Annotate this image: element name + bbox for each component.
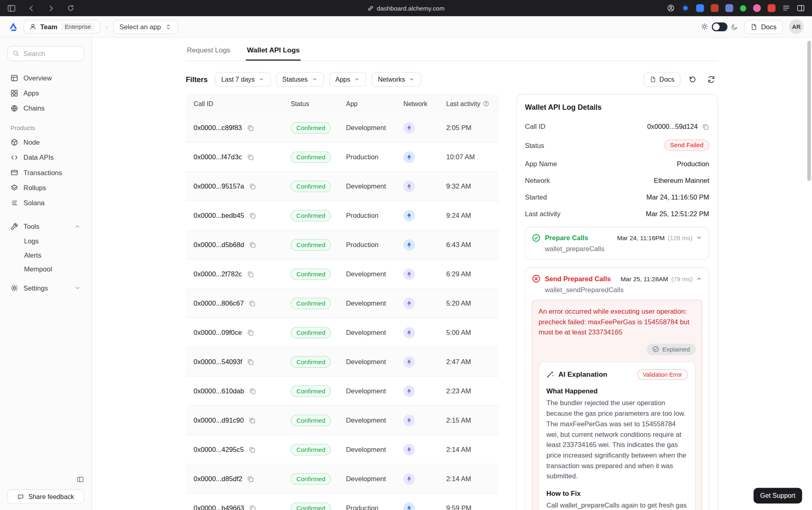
field-label: Call ID	[525, 123, 545, 130]
copy-icon[interactable]	[246, 124, 254, 131]
copy-icon[interactable]	[246, 270, 254, 278]
team-selector[interactable]: Team Enterprise	[24, 20, 100, 33]
theme-toggle[interactable]	[712, 22, 728, 31]
sidebar-item-alerts[interactable]: Alerts	[7, 248, 84, 263]
statuses-filter[interactable]: Statuses	[276, 72, 324, 87]
avatar[interactable]: AR	[789, 20, 803, 34]
extension-icon-crimson[interactable]	[768, 4, 775, 12]
search-box[interactable]	[7, 46, 84, 61]
app-selector-dropdown[interactable]: Select an app	[113, 20, 178, 34]
status-badge: Confirmed	[291, 151, 331, 163]
field-app-name: App Name Production	[525, 160, 709, 167]
extension-icon-green[interactable]	[740, 5, 746, 11]
table-row[interactable]: 0x0000...610dab Confirmed Development 2:…	[186, 377, 499, 406]
table-row[interactable]: 0x0000...c89f83 Confirmed Development 2:…	[186, 113, 499, 143]
refresh-icon[interactable]	[704, 73, 718, 86]
get-support-button[interactable]: Get Support	[754, 488, 802, 504]
copy-icon[interactable]	[246, 153, 254, 161]
sidebar-item-label: Tools	[24, 223, 39, 230]
table-row[interactable]: 0x0000...4295c5 Confirmed Development 2:…	[186, 435, 499, 464]
step-method: wallet_prepareCalls	[545, 245, 702, 253]
filters-docs-button[interactable]: Docs	[643, 72, 680, 87]
share-feedback-button[interactable]: Share feedback	[7, 489, 84, 504]
alchemy-logo[interactable]	[9, 22, 18, 31]
details-title: Wallet API Log Details	[525, 103, 709, 111]
table-row[interactable]: 0x0000...bedb45 Confirmed Production 9:2…	[186, 201, 499, 230]
copy-icon[interactable]	[249, 182, 256, 190]
docs-button[interactable]: Docs	[744, 20, 783, 34]
reading-list-icon[interactable]	[782, 4, 790, 12]
table-row[interactable]: 0x0000...b49663 Confirmed Production 9:5…	[186, 494, 499, 510]
copy-icon[interactable]	[249, 504, 256, 510]
tab-request-logs[interactable]: Request Logs	[186, 42, 231, 61]
tab-overview-icon[interactable]	[797, 4, 805, 12]
copy-icon[interactable]	[249, 212, 256, 219]
browser-sidebar-icon[interactable]	[7, 4, 16, 13]
copy-icon[interactable]	[702, 123, 709, 130]
sidebar-item-label: Rollups	[24, 184, 46, 191]
copy-icon[interactable]	[246, 329, 254, 336]
sidebar-item-node[interactable]: Node	[7, 135, 84, 150]
person-icon	[29, 23, 37, 30]
table-row[interactable]: 0x0000...d91c90 Confirmed Development 2:…	[186, 406, 499, 435]
sidebar-item-transactions[interactable]: Transactions	[7, 165, 84, 180]
back-icon[interactable]	[27, 4, 36, 13]
networks-filter[interactable]: Networks	[371, 72, 421, 87]
collapse-sidebar-icon[interactable]	[77, 476, 84, 483]
explained-button[interactable]: Explained	[647, 343, 695, 355]
detail-last-activity: Mar 25, 12:51:22 PM	[646, 210, 709, 218]
sidebar-item-chains[interactable]: Chains	[7, 101, 84, 116]
sidebar-item-mempool[interactable]: Mempool	[7, 262, 84, 276]
table-row[interactable]: 0x0000...d5b68d Confirmed Production 6:4…	[186, 230, 499, 260]
search-input[interactable]	[24, 50, 79, 57]
extension-icon-blue[interactable]	[696, 4, 704, 12]
last-activity-cell: 10:07 AM	[446, 153, 491, 161]
tab-wallet-api-logs[interactable]: Wallet API Logs	[246, 42, 301, 61]
sidebar-item-logs[interactable]: Logs	[7, 234, 84, 248]
table-row[interactable]: 0x0000...09f0ce Confirmed Development 5:…	[186, 318, 499, 347]
table-row[interactable]: 0x0000...2f782c Confirmed Development 6:…	[186, 260, 499, 289]
sidebar-item-rollups[interactable]: Rollups	[7, 180, 84, 195]
table-row[interactable]: 0x0000...95157a Confirmed Development 9:…	[186, 172, 499, 201]
last-activity-cell: 6:29 AM	[446, 270, 491, 278]
time-range-filter[interactable]: Last 7 days	[215, 72, 271, 87]
chevron-up-icon[interactable]	[695, 275, 702, 282]
chevron-down-icon[interactable]	[695, 234, 702, 241]
reset-history-icon[interactable]	[686, 73, 699, 86]
extension-icon-slate[interactable]	[726, 4, 733, 12]
table-row[interactable]: 0x0000...f47d3c Confirmed Production 10:…	[186, 143, 499, 172]
extension-icon-pink[interactable]	[753, 4, 761, 12]
table-row[interactable]: 0x0000...54093f Confirmed Development 2:…	[186, 347, 499, 377]
copy-icon[interactable]	[248, 299, 256, 307]
how-to-fix-body: Call wallet_prepareCalls again to get fr…	[546, 500, 688, 510]
privacy-icon[interactable]	[667, 4, 675, 12]
sidebar-item-label: Data APIs	[24, 154, 54, 161]
copy-icon[interactable]	[249, 241, 256, 248]
help-circle-icon[interactable]	[483, 100, 490, 107]
sidebar-item-settings[interactable]: Settings	[7, 280, 84, 295]
copy-icon[interactable]	[248, 417, 256, 424]
status-badge: Confirmed	[291, 502, 331, 510]
table-row[interactable]: 0x0000...806c67 Confirmed Development 5:…	[186, 289, 499, 318]
sidebar-item-overview[interactable]: Overview	[7, 71, 84, 86]
sidebar-item-apps[interactable]: Apps	[7, 86, 84, 101]
reload-icon[interactable]	[67, 4, 75, 12]
copy-icon[interactable]	[247, 358, 254, 365]
copy-icon[interactable]	[247, 475, 254, 482]
copy-icon[interactable]	[249, 387, 256, 395]
forward-icon[interactable]	[47, 4, 56, 13]
table-row[interactable]: 0x0000...d85df2 Confirmed Development 2:…	[186, 464, 499, 494]
sidebar-item-data-apis[interactable]: Data APIs	[7, 150, 84, 165]
extension-icon-red[interactable]	[711, 4, 719, 12]
sidebar-item-solana[interactable]: Solana	[7, 195, 84, 211]
last-activity-cell: 5:00 AM	[446, 328, 491, 336]
address-bar[interactable]: dashboard.alchemy.com	[367, 4, 445, 12]
sidebar-item-tools[interactable]: Tools	[7, 219, 84, 234]
network-icon	[404, 356, 415, 367]
extension-icon-record[interactable]	[682, 4, 689, 12]
apps-filter[interactable]: Apps	[329, 72, 367, 87]
last-activity-cell: 9:24 AM	[446, 212, 491, 219]
page-scrollbar[interactable]	[807, 41, 811, 180]
apps-value: Apps	[335, 76, 350, 83]
copy-icon[interactable]	[248, 446, 256, 453]
